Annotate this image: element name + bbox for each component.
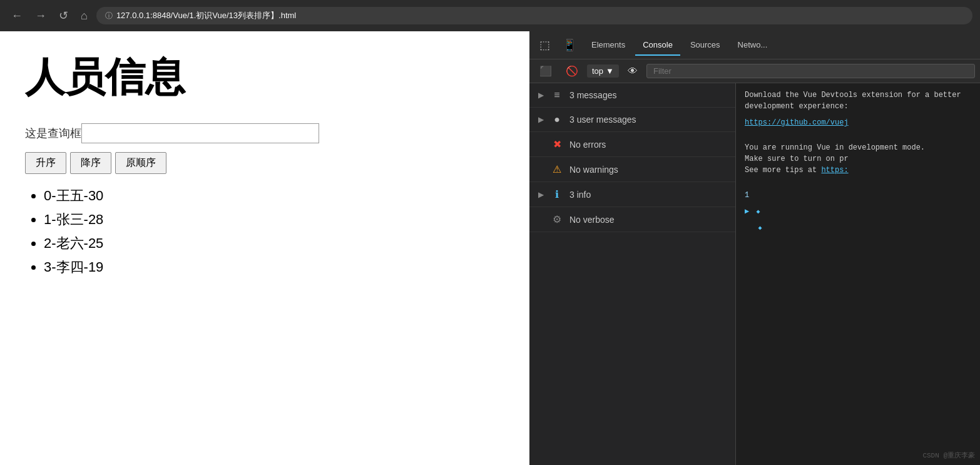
original-order-button[interactable]: 原顺序 [115, 152, 166, 174]
messages-label: 3 messages [569, 90, 616, 100]
console-msg-arrow: ▶ ◆ [745, 206, 971, 217]
cursor-icon[interactable]: ⬚ [534, 34, 555, 56]
messages-icon: ≡ [551, 89, 563, 101]
console-msg-link: https://github.com/vuej [745, 117, 971, 128]
browser-chrome: ← → ↺ ⌂ ⓘ 127.0.0.1:8848/Vue/1.初识Vue/13列… [0, 0, 980, 31]
eye-icon[interactable]: 👁 [623, 63, 643, 79]
console-msg-2: You are running Vue in development mode.… [745, 142, 971, 176]
page-content: 人员信息 这是查询框 升序 降序 原顺序 0-王五-30 1-张三-28 2-老… [0, 31, 529, 465]
context-label: top [592, 66, 603, 76]
warnings-label: No warnings [569, 165, 618, 175]
lock-icon: ⓘ [105, 11, 113, 21]
search-row: 这是查询框 [25, 123, 504, 143]
url-text: 127.0.0.1:8848/Vue/1.初识Vue/13列表排序】.html [116, 10, 296, 21]
tab-console[interactable]: Console [635, 35, 680, 56]
list-item: 1-张三-28 [44, 210, 504, 229]
desc-button[interactable]: 降序 [70, 152, 111, 174]
page-title: 人员信息 [25, 50, 504, 105]
devtools-body: ▶ ≡ 3 messages ▶ ● 3 user messages ▶ ✖ N… [529, 83, 980, 465]
expand-arrow: ▶ [538, 115, 544, 124]
console-output: Download the Vue Devtools extension for … [736, 83, 980, 465]
tab-network[interactable]: Netwo... [730, 35, 775, 56]
main-layout: 人员信息 这是查询框 升序 降序 原顺序 0-王五-30 1-张三-28 2-老… [0, 31, 980, 465]
warnings-item[interactable]: ▶ ⚠ No warnings [529, 157, 735, 182]
list-item: 0-王五-30 [44, 187, 504, 205]
forward-button[interactable]: → [31, 7, 50, 25]
expand-arrow: ▶ [538, 190, 544, 199]
refresh-button[interactable]: ↺ [55, 6, 72, 25]
devtools-link[interactable]: https://github.com/vuej [745, 118, 849, 127]
verbose-label: No verbose [569, 215, 615, 225]
info-item[interactable]: ▶ ℹ 3 info [529, 182, 735, 207]
info-icon: ℹ [551, 188, 563, 200]
console-msg-diamond2: ◆ [745, 222, 971, 233]
person-list: 0-王五-30 1-张三-28 2-老六-25 3-李四-19 [25, 187, 504, 277]
user-icon: ● [551, 114, 563, 125]
search-label: 这是查询框 [25, 126, 81, 141]
console-sidebar: ▶ ≡ 3 messages ▶ ● 3 user messages ▶ ✖ N… [529, 83, 736, 465]
tips-link[interactable]: https: [821, 166, 848, 175]
verbose-icon: ⚙ [551, 213, 563, 225]
console-number: 1 [745, 191, 749, 200]
devtools-tabs: ⬚ 📱 Elements Console Sources Netwo... [529, 31, 980, 59]
console-diamond-2: ◆ [758, 225, 762, 232]
list-item: 3-李四-19 [44, 258, 504, 277]
console-diamond: ◆ [756, 208, 760, 215]
devtools-toolbar: ⬛ 🚫 top ▼ 👁 [529, 59, 980, 83]
error-icon: ✖ [551, 138, 563, 150]
console-msg-number: 1 [745, 190, 971, 201]
console-msg-1: Download the Vue Devtools extension for … [745, 89, 971, 112]
info-label: 3 info [569, 190, 591, 200]
verbose-item[interactable]: ▶ ⚙ No verbose [529, 207, 735, 232]
home-button[interactable]: ⌂ [77, 7, 91, 25]
errors-label: No errors [569, 140, 606, 150]
tab-sources[interactable]: Sources [683, 35, 728, 56]
back-button[interactable]: ← [8, 7, 26, 25]
list-item: 2-老六-25 [44, 234, 504, 253]
user-messages-label: 3 user messages [569, 115, 636, 125]
watermark: CSDN @重庆李豪 [922, 451, 975, 460]
tab-elements[interactable]: Elements [584, 35, 633, 56]
errors-item[interactable]: ▶ ✖ No errors [529, 132, 735, 157]
phone-icon[interactable]: 📱 [558, 34, 581, 56]
context-dropdown[interactable]: top ▼ [587, 64, 619, 78]
asc-button[interactable]: 升序 [25, 152, 66, 174]
devtools-panel: ⬚ 📱 Elements Console Sources Netwo... ⬛ … [529, 31, 980, 465]
address-bar[interactable]: ⓘ 127.0.0.1:8848/Vue/1.初识Vue/13列表排序】.htm… [96, 7, 972, 24]
messages-item[interactable]: ▶ ≡ 3 messages [529, 83, 735, 108]
warning-icon: ⚠ [551, 163, 563, 175]
sort-buttons: 升序 降序 原顺序 [25, 152, 504, 174]
filter-input[interactable] [646, 64, 975, 78]
console-arrow-icon[interactable]: ▶ [745, 207, 749, 216]
no-icon[interactable]: 🚫 [561, 63, 583, 79]
dropdown-arrow: ▼ [606, 66, 614, 76]
user-messages-item[interactable]: ▶ ● 3 user messages [529, 108, 735, 132]
clear-console-icon[interactable]: ⬛ [534, 63, 557, 79]
expand-arrow: ▶ [538, 91, 544, 100]
search-input[interactable] [81, 123, 319, 143]
